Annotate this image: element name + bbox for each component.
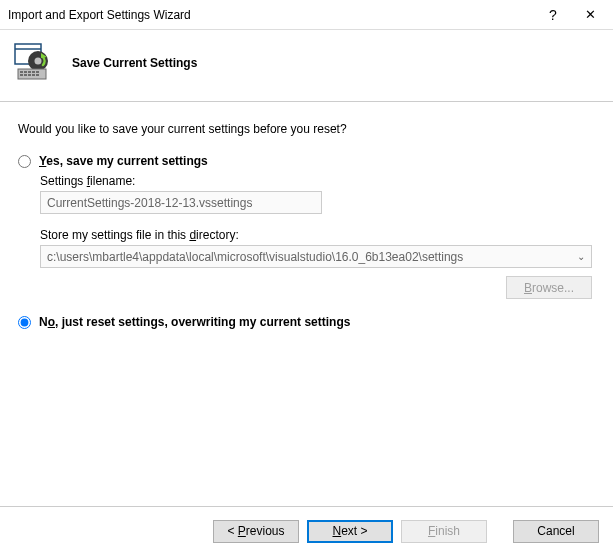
svg-rect-10 (36, 71, 39, 73)
svg-rect-7 (24, 71, 27, 73)
help-button[interactable]: ? (538, 0, 568, 30)
filename-input[interactable] (40, 191, 322, 214)
svg-rect-8 (28, 71, 31, 73)
close-button[interactable]: ✕ (568, 0, 613, 30)
previous-button[interactable]: < Previous (213, 520, 299, 543)
svg-rect-12 (24, 74, 27, 76)
svg-point-3 (35, 58, 42, 65)
wizard-icon (14, 43, 54, 83)
wizard-content: Would you like to save your current sett… (0, 102, 613, 329)
window-title: Import and Export Settings Wizard (8, 8, 538, 22)
filename-label: Settings filename: (40, 174, 595, 188)
wizard-header: Save Current Settings (0, 30, 613, 102)
option-yes-row[interactable]: Yes, save my current settings (18, 154, 595, 168)
svg-rect-14 (32, 74, 35, 76)
svg-rect-9 (32, 71, 35, 73)
wizard-footer: < Previous Next > Finish Cancel (0, 506, 613, 555)
directory-value: c:\users\mbartle4\appdata\local\microsof… (47, 250, 463, 264)
option-yes-label: Yes, save my current settings (39, 154, 208, 168)
browse-button[interactable]: Browse... (506, 276, 592, 299)
svg-rect-13 (28, 74, 31, 76)
option-no-row[interactable]: No, just reset settings, overwriting my … (18, 315, 595, 329)
prompt-text: Would you like to save your current sett… (18, 122, 595, 136)
svg-rect-15 (36, 74, 39, 76)
option-no-radio[interactable] (18, 316, 31, 329)
yes-sub-block: Settings filename: Store my settings fil… (40, 174, 595, 299)
cancel-button[interactable]: Cancel (513, 520, 599, 543)
chevron-down-icon: ⌄ (577, 251, 585, 262)
svg-rect-11 (20, 74, 23, 76)
directory-select[interactable]: c:\users\mbartle4\appdata\local\microsof… (40, 245, 592, 268)
directory-label: Store my settings file in this directory… (40, 228, 595, 242)
next-button[interactable]: Next > (307, 520, 393, 543)
finish-button[interactable]: Finish (401, 520, 487, 543)
option-no-label: No, just reset settings, overwriting my … (39, 315, 350, 329)
titlebar: Import and Export Settings Wizard ? ✕ (0, 0, 613, 30)
option-yes-radio[interactable] (18, 155, 31, 168)
svg-rect-6 (20, 71, 23, 73)
wizard-step-title: Save Current Settings (72, 56, 197, 70)
